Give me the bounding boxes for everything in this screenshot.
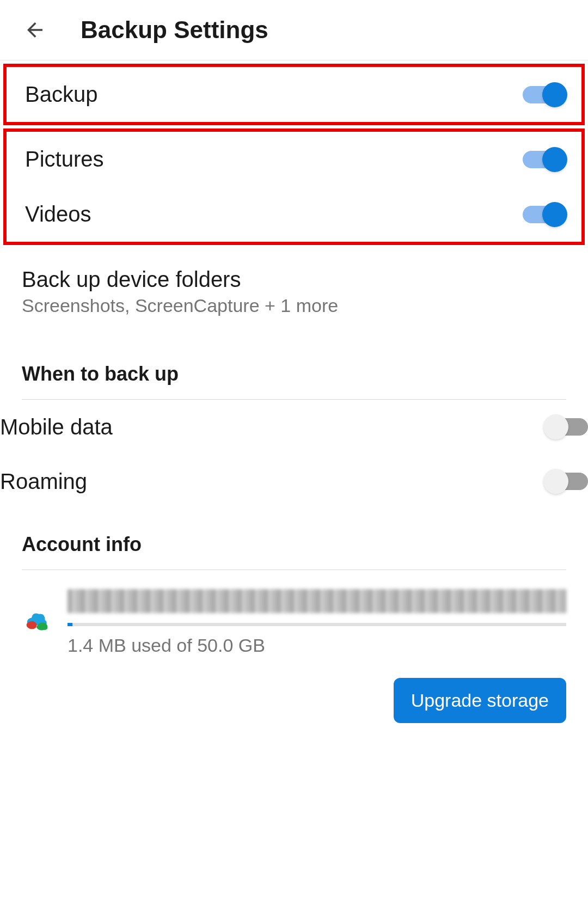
toggle-thumb <box>542 202 567 227</box>
pictures-label: Pictures <box>25 147 104 172</box>
mobile-data-row[interactable]: Mobile data <box>0 400 588 454</box>
pictures-toggle[interactable] <box>523 151 563 168</box>
page-title: Backup Settings <box>81 16 268 44</box>
videos-row[interactable]: Videos <box>7 187 581 242</box>
mobile-data-label: Mobile data <box>0 415 113 439</box>
content-area: Backup Pictures Videos Back up device fo… <box>0 64 588 734</box>
device-folders-subtitle: Screenshots, ScreenCapture + 1 more <box>22 295 566 316</box>
mobile-data-toggle[interactable] <box>548 418 588 436</box>
roaming-row[interactable]: Roaming <box>0 454 588 509</box>
pictures-row[interactable]: Pictures <box>7 132 581 187</box>
highlight-box-backup: Backup <box>3 64 585 125</box>
toggle-thumb <box>543 469 568 494</box>
backup-label: Backup <box>25 82 97 107</box>
account-details: 1.4 MB used of 50.0 GB <box>68 589 566 656</box>
account-section[interactable]: 1.4 MB used of 50.0 GB <box>0 570 588 667</box>
roaming-label: Roaming <box>0 469 87 494</box>
back-button[interactable] <box>22 17 48 43</box>
toggle-thumb <box>542 147 567 172</box>
account-name-redacted <box>68 589 566 613</box>
highlight-box-media: Pictures Videos <box>3 128 585 245</box>
app-header: Backup Settings <box>0 0 588 60</box>
storage-progress-bar <box>68 623 566 626</box>
backup-toggle[interactable] <box>523 86 563 103</box>
videos-toggle[interactable] <box>523 206 563 223</box>
device-folders-row[interactable]: Back up device folders Screenshots, Scre… <box>0 248 588 338</box>
cloud-logo-icon <box>22 605 51 635</box>
storage-usage-text: 1.4 MB used of 50.0 GB <box>68 635 566 656</box>
arrow-left-icon <box>23 19 46 41</box>
when-to-backup-header: When to back up <box>0 338 588 399</box>
roaming-toggle[interactable] <box>548 473 588 490</box>
account-info-header: Account info <box>0 509 588 570</box>
upgrade-storage-button[interactable]: Upgrade storage <box>394 678 566 723</box>
storage-progress-fill <box>68 623 72 626</box>
upgrade-row: Upgrade storage <box>0 667 588 734</box>
toggle-thumb <box>543 414 568 439</box>
device-folders-title: Back up device folders <box>22 267 566 292</box>
videos-label: Videos <box>25 202 91 227</box>
toggle-thumb <box>542 82 567 107</box>
backup-row[interactable]: Backup <box>7 67 581 122</box>
